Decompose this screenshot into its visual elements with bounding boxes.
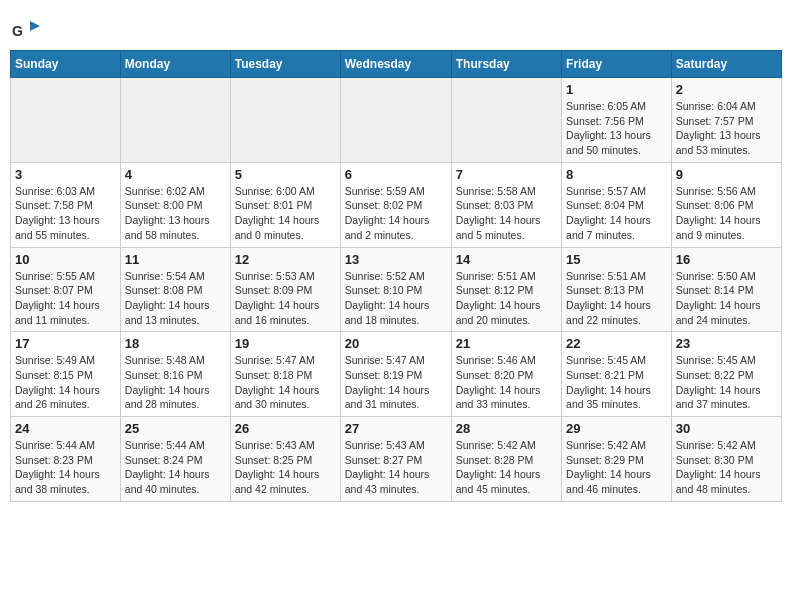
calendar: SundayMondayTuesdayWednesdayThursdayFrid… <box>10 50 782 502</box>
day-number: 6 <box>345 167 447 182</box>
calendar-cell: 24Sunrise: 5:44 AM Sunset: 8:23 PM Dayli… <box>11 417 121 502</box>
calendar-cell <box>451 78 561 163</box>
day-number: 17 <box>15 336 116 351</box>
day-info: Sunrise: 5:52 AM Sunset: 8:10 PM Dayligh… <box>345 269 447 328</box>
header: G <box>10 10 782 46</box>
day-number: 7 <box>456 167 557 182</box>
calendar-header-sunday: Sunday <box>11 51 121 78</box>
day-number: 3 <box>15 167 116 182</box>
svg-marker-1 <box>30 21 40 31</box>
calendar-cell: 15Sunrise: 5:51 AM Sunset: 8:13 PM Dayli… <box>562 247 672 332</box>
calendar-cell <box>230 78 340 163</box>
day-number: 1 <box>566 82 667 97</box>
day-number: 8 <box>566 167 667 182</box>
calendar-cell: 25Sunrise: 5:44 AM Sunset: 8:24 PM Dayli… <box>120 417 230 502</box>
logo-icon: G <box>10 16 40 46</box>
calendar-cell: 17Sunrise: 5:49 AM Sunset: 8:15 PM Dayli… <box>11 332 121 417</box>
day-number: 18 <box>125 336 226 351</box>
day-info: Sunrise: 5:56 AM Sunset: 8:06 PM Dayligh… <box>676 184 777 243</box>
day-info: Sunrise: 5:45 AM Sunset: 8:21 PM Dayligh… <box>566 353 667 412</box>
logo: G <box>10 16 44 46</box>
svg-text:G: G <box>12 23 23 39</box>
day-info: Sunrise: 6:02 AM Sunset: 8:00 PM Dayligh… <box>125 184 226 243</box>
day-info: Sunrise: 5:51 AM Sunset: 8:12 PM Dayligh… <box>456 269 557 328</box>
day-info: Sunrise: 5:42 AM Sunset: 8:28 PM Dayligh… <box>456 438 557 497</box>
calendar-cell: 3Sunrise: 6:03 AM Sunset: 7:58 PM Daylig… <box>11 162 121 247</box>
day-number: 29 <box>566 421 667 436</box>
day-info: Sunrise: 5:58 AM Sunset: 8:03 PM Dayligh… <box>456 184 557 243</box>
calendar-cell: 27Sunrise: 5:43 AM Sunset: 8:27 PM Dayli… <box>340 417 451 502</box>
calendar-cell: 28Sunrise: 5:42 AM Sunset: 8:28 PM Dayli… <box>451 417 561 502</box>
calendar-cell: 14Sunrise: 5:51 AM Sunset: 8:12 PM Dayli… <box>451 247 561 332</box>
calendar-cell: 13Sunrise: 5:52 AM Sunset: 8:10 PM Dayli… <box>340 247 451 332</box>
calendar-header-wednesday: Wednesday <box>340 51 451 78</box>
calendar-cell: 7Sunrise: 5:58 AM Sunset: 8:03 PM Daylig… <box>451 162 561 247</box>
day-number: 20 <box>345 336 447 351</box>
day-number: 2 <box>676 82 777 97</box>
calendar-cell: 18Sunrise: 5:48 AM Sunset: 8:16 PM Dayli… <box>120 332 230 417</box>
day-info: Sunrise: 6:05 AM Sunset: 7:56 PM Dayligh… <box>566 99 667 158</box>
calendar-cell: 23Sunrise: 5:45 AM Sunset: 8:22 PM Dayli… <box>671 332 781 417</box>
calendar-cell: 21Sunrise: 5:46 AM Sunset: 8:20 PM Dayli… <box>451 332 561 417</box>
day-number: 14 <box>456 252 557 267</box>
day-info: Sunrise: 5:47 AM Sunset: 8:18 PM Dayligh… <box>235 353 336 412</box>
day-info: Sunrise: 5:57 AM Sunset: 8:04 PM Dayligh… <box>566 184 667 243</box>
day-number: 13 <box>345 252 447 267</box>
day-info: Sunrise: 5:42 AM Sunset: 8:30 PM Dayligh… <box>676 438 777 497</box>
calendar-cell: 4Sunrise: 6:02 AM Sunset: 8:00 PM Daylig… <box>120 162 230 247</box>
calendar-cell: 26Sunrise: 5:43 AM Sunset: 8:25 PM Dayli… <box>230 417 340 502</box>
calendar-cell: 11Sunrise: 5:54 AM Sunset: 8:08 PM Dayli… <box>120 247 230 332</box>
day-info: Sunrise: 6:00 AM Sunset: 8:01 PM Dayligh… <box>235 184 336 243</box>
day-info: Sunrise: 5:50 AM Sunset: 8:14 PM Dayligh… <box>676 269 777 328</box>
day-number: 11 <box>125 252 226 267</box>
day-number: 28 <box>456 421 557 436</box>
day-info: Sunrise: 5:49 AM Sunset: 8:15 PM Dayligh… <box>15 353 116 412</box>
day-number: 23 <box>676 336 777 351</box>
calendar-cell: 8Sunrise: 5:57 AM Sunset: 8:04 PM Daylig… <box>562 162 672 247</box>
calendar-cell: 30Sunrise: 5:42 AM Sunset: 8:30 PM Dayli… <box>671 417 781 502</box>
day-info: Sunrise: 5:42 AM Sunset: 8:29 PM Dayligh… <box>566 438 667 497</box>
calendar-cell <box>340 78 451 163</box>
calendar-cell: 10Sunrise: 5:55 AM Sunset: 8:07 PM Dayli… <box>11 247 121 332</box>
calendar-header-tuesday: Tuesday <box>230 51 340 78</box>
calendar-week-0: 1Sunrise: 6:05 AM Sunset: 7:56 PM Daylig… <box>11 78 782 163</box>
day-info: Sunrise: 5:46 AM Sunset: 8:20 PM Dayligh… <box>456 353 557 412</box>
day-info: Sunrise: 5:43 AM Sunset: 8:25 PM Dayligh… <box>235 438 336 497</box>
day-info: Sunrise: 5:55 AM Sunset: 8:07 PM Dayligh… <box>15 269 116 328</box>
day-number: 9 <box>676 167 777 182</box>
calendar-header-friday: Friday <box>562 51 672 78</box>
day-info: Sunrise: 5:45 AM Sunset: 8:22 PM Dayligh… <box>676 353 777 412</box>
day-number: 5 <box>235 167 336 182</box>
day-number: 25 <box>125 421 226 436</box>
day-number: 16 <box>676 252 777 267</box>
calendar-cell: 6Sunrise: 5:59 AM Sunset: 8:02 PM Daylig… <box>340 162 451 247</box>
calendar-cell: 22Sunrise: 5:45 AM Sunset: 8:21 PM Dayli… <box>562 332 672 417</box>
calendar-week-4: 24Sunrise: 5:44 AM Sunset: 8:23 PM Dayli… <box>11 417 782 502</box>
day-info: Sunrise: 6:03 AM Sunset: 7:58 PM Dayligh… <box>15 184 116 243</box>
calendar-cell <box>120 78 230 163</box>
day-info: Sunrise: 6:04 AM Sunset: 7:57 PM Dayligh… <box>676 99 777 158</box>
day-number: 26 <box>235 421 336 436</box>
calendar-cell: 1Sunrise: 6:05 AM Sunset: 7:56 PM Daylig… <box>562 78 672 163</box>
day-number: 10 <box>15 252 116 267</box>
day-number: 21 <box>456 336 557 351</box>
calendar-cell: 9Sunrise: 5:56 AM Sunset: 8:06 PM Daylig… <box>671 162 781 247</box>
day-number: 4 <box>125 167 226 182</box>
day-info: Sunrise: 5:43 AM Sunset: 8:27 PM Dayligh… <box>345 438 447 497</box>
calendar-cell: 20Sunrise: 5:47 AM Sunset: 8:19 PM Dayli… <box>340 332 451 417</box>
day-number: 12 <box>235 252 336 267</box>
calendar-cell: 29Sunrise: 5:42 AM Sunset: 8:29 PM Dayli… <box>562 417 672 502</box>
day-number: 19 <box>235 336 336 351</box>
calendar-cell: 5Sunrise: 6:00 AM Sunset: 8:01 PM Daylig… <box>230 162 340 247</box>
day-info: Sunrise: 5:53 AM Sunset: 8:09 PM Dayligh… <box>235 269 336 328</box>
day-info: Sunrise: 5:54 AM Sunset: 8:08 PM Dayligh… <box>125 269 226 328</box>
calendar-cell: 19Sunrise: 5:47 AM Sunset: 8:18 PM Dayli… <box>230 332 340 417</box>
calendar-week-1: 3Sunrise: 6:03 AM Sunset: 7:58 PM Daylig… <box>11 162 782 247</box>
day-number: 22 <box>566 336 667 351</box>
day-info: Sunrise: 5:44 AM Sunset: 8:24 PM Dayligh… <box>125 438 226 497</box>
calendar-header-monday: Monday <box>120 51 230 78</box>
day-number: 24 <box>15 421 116 436</box>
day-info: Sunrise: 5:48 AM Sunset: 8:16 PM Dayligh… <box>125 353 226 412</box>
calendar-cell: 12Sunrise: 5:53 AM Sunset: 8:09 PM Dayli… <box>230 247 340 332</box>
calendar-header-thursday: Thursday <box>451 51 561 78</box>
